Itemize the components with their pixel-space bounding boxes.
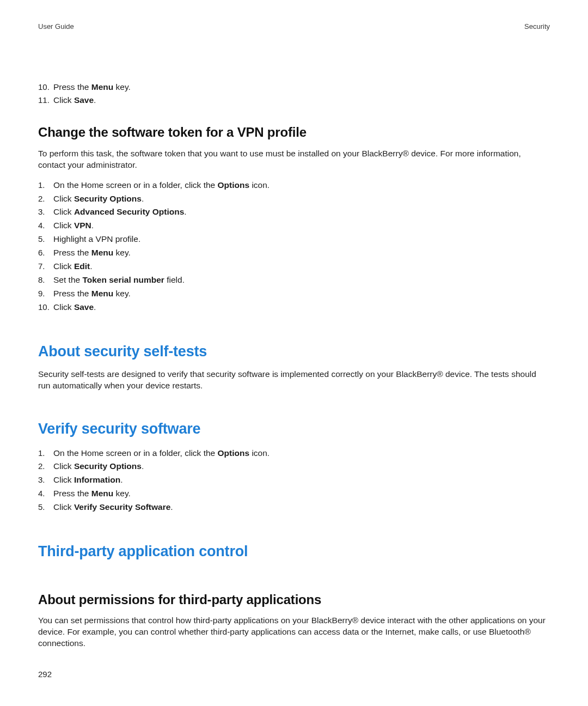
list-item: 11.Click Save. <box>38 94 550 107</box>
bold-term: Edit <box>74 261 90 271</box>
list-item: 5.Click Verify Security Software. <box>38 501 550 514</box>
list-item-number: 1. <box>38 448 53 459</box>
bold-term: Security Options <box>74 461 142 471</box>
list-item-number: 5. <box>38 234 53 245</box>
list-item-number: 4. <box>38 220 53 231</box>
bold-term: Menu <box>91 489 113 498</box>
list-item-text: Set the Token serial number field. <box>53 275 185 286</box>
list-item-text: Press the Menu key. <box>53 288 131 300</box>
heading-change-software-token: Change the software token for a VPN prof… <box>38 124 550 141</box>
spacer <box>38 569 550 575</box>
bold-term: Menu <box>91 82 113 92</box>
list-item-text: Click Save. <box>53 302 96 313</box>
list-item-number: 4. <box>38 488 53 499</box>
bold-term: Verify Security Software <box>74 502 170 512</box>
list-item-number: 3. <box>38 206 53 217</box>
list-item-number: 7. <box>38 261 53 272</box>
heading-about-permissions: About permissions for third-party applic… <box>38 591 550 608</box>
heading-verify-security-software: Verify security software <box>38 419 550 439</box>
intro-paragraph: To perform this task, the software token… <box>38 148 550 171</box>
bold-term: VPN <box>74 221 91 230</box>
list-item-text: Press the Menu key. <box>53 488 131 500</box>
list-item-number: 5. <box>38 502 53 513</box>
list-item: 2.Click Security Options. <box>38 192 550 206</box>
list-item-text: On the Home screen or in a folder, click… <box>53 448 270 459</box>
bold-term: Save <box>74 95 94 105</box>
heading-about-security-self-tests: About security self-tests <box>38 342 550 361</box>
bold-term: Information <box>74 475 120 484</box>
list-item-number: 11. <box>38 95 53 106</box>
list-item-text: Click Save. <box>53 95 96 106</box>
list-item-text: Click Advanced Security Options. <box>53 206 187 218</box>
list-item: 2.Click Security Options. <box>38 460 550 473</box>
document-page: User Guide Security 10.Press the Menu ke… <box>0 0 588 706</box>
list-item: 5.Highlight a VPN profile. <box>38 233 550 246</box>
list-item: 3.Click Advanced Security Options. <box>38 205 550 219</box>
list-item-number: 9. <box>38 288 53 299</box>
bold-term: Security Options <box>74 194 142 203</box>
running-header-left: User Guide <box>38 22 74 32</box>
bold-term: Options <box>218 180 250 190</box>
bold-term: Advanced Security Options <box>74 207 184 216</box>
list-item-number: 10. <box>38 302 53 313</box>
list-item-text: Click Information. <box>53 474 122 486</box>
continued-steps-list: 10.Press the Menu key.11.Click Save. <box>38 81 550 108</box>
list-item-text: Click Verify Security Software. <box>53 502 173 513</box>
list-item-text: Click Edit. <box>53 261 92 272</box>
bold-term: Menu <box>91 248 113 257</box>
list-item: 8.Set the Token serial number field. <box>38 273 550 287</box>
list-item-number: 3. <box>38 474 53 485</box>
bold-term: Options <box>218 448 250 458</box>
steps-list-a: 1.On the Home screen or in a folder, cli… <box>38 179 550 314</box>
list-item: 10.Press the Menu key. <box>38 81 550 94</box>
list-item-number: 8. <box>38 275 53 285</box>
bold-term: Menu <box>91 289 113 298</box>
bold-term: Token serial number <box>82 275 164 284</box>
list-item-text: Press the Menu key. <box>53 82 131 93</box>
heading-third-party-application-control: Third-party application control <box>38 541 550 561</box>
body-paragraph-b: Security self-tests are designed to veri… <box>38 369 550 392</box>
list-item: 10.Click Save. <box>38 301 550 314</box>
list-item-text: Press the Menu key. <box>53 247 131 259</box>
list-item-number: 6. <box>38 247 53 258</box>
list-item-number: 10. <box>38 82 53 93</box>
list-item: 4.Press the Menu key. <box>38 487 550 501</box>
list-item-text: Click VPN. <box>53 220 94 232</box>
list-item-number: 2. <box>38 193 53 204</box>
list-item-text: Click Security Options. <box>53 193 144 205</box>
page-number: 292 <box>38 669 52 680</box>
list-item-text: Highlight a VPN profile. <box>53 234 140 245</box>
body-paragraph-d: You can set permissions that control how… <box>38 615 550 649</box>
list-item-number: 2. <box>38 461 53 472</box>
list-item-number: 1. <box>38 180 53 191</box>
list-item: 9.Press the Menu key. <box>38 287 550 301</box>
list-item: 1.On the Home screen or in a folder, cli… <box>38 179 550 192</box>
running-header-right: Security <box>524 22 550 32</box>
running-header: User Guide Security <box>38 22 550 32</box>
list-item: 6.Press the Menu key. <box>38 246 550 260</box>
list-item: 7.Click Edit. <box>38 260 550 273</box>
list-item: 1.On the Home screen or in a folder, cli… <box>38 447 550 460</box>
bold-term: Save <box>74 302 94 312</box>
steps-list-c: 1.On the Home screen or in a folder, cli… <box>38 447 550 515</box>
list-item: 3.Click Information. <box>38 473 550 487</box>
list-item-text: On the Home screen or in a folder, click… <box>53 180 270 191</box>
list-item: 4.Click VPN. <box>38 219 550 233</box>
list-item-text: Click Security Options. <box>53 461 144 472</box>
